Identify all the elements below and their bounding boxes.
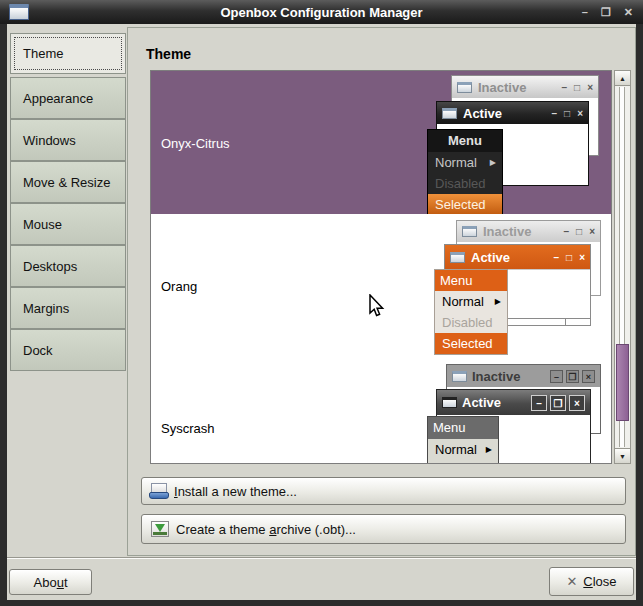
theme-row-syscrash[interactable]: Syscrash Inactive – ❐ × (151, 357, 611, 464)
tab-label: Margins (23, 301, 69, 316)
preview-active-title: Active (462, 395, 501, 410)
preview-menu-item-disabled: Disabled (428, 173, 502, 194)
tab-label: Theme (23, 46, 63, 61)
preview-menu-item-selected: Selected (435, 333, 507, 354)
preview-inactive-title: Inactive (483, 224, 531, 239)
preview-menu-item-normal: Normal ▶ (428, 439, 498, 460)
preview-inactive-titlebar: Inactive – □ × (457, 221, 600, 242)
window-glyph-icon (457, 82, 472, 93)
tab-move-resize[interactable]: Move & Resize (10, 161, 126, 203)
mnemonic: u (57, 575, 64, 590)
preview-menu-header: Menu (428, 417, 498, 439)
minimize-icon: – (550, 370, 563, 383)
theme-name: Onyx-Citrus (161, 135, 230, 150)
maximize-icon[interactable]: ❐ (601, 0, 611, 24)
window-controls: – ❐ ✕ (582, 0, 633, 24)
minimize-icon: – (531, 395, 547, 411)
close-x-icon: ✕ (566, 574, 577, 589)
label-rest: nstall a new theme... (178, 484, 297, 499)
theme-name: Orang (161, 278, 197, 293)
scroll-up-icon[interactable]: ▲ (615, 71, 630, 86)
preview-menu-header: Menu (428, 130, 502, 152)
window-glyph-icon (450, 252, 465, 263)
preview-window-controls: – □ × (554, 252, 585, 263)
install-theme-icon (149, 483, 169, 499)
tab-label: Dock (23, 343, 53, 358)
submenu-arrow-icon: ▶ (495, 291, 501, 312)
icon-part (155, 524, 165, 532)
maximize-icon: □ (564, 108, 570, 119)
submenu-arrow-icon: ▶ (490, 152, 496, 173)
icon-part (149, 492, 169, 499)
menu-item-label: Normal (435, 439, 477, 460)
close-button[interactable]: ✕ Close (549, 567, 634, 596)
resize-grip (565, 319, 566, 325)
app-window-icon (9, 4, 29, 20)
close-icon: × (582, 370, 595, 383)
preview-window-controls: – ❐ × (531, 395, 585, 411)
button-label: Create a theme archive (.obt)... (176, 522, 356, 537)
theme-row-orang[interactable]: Orang Inactive – □ × (151, 214, 611, 357)
tab-mouse[interactable]: Mouse (10, 203, 126, 245)
tab-margins[interactable]: Margins (10, 287, 126, 329)
theme-preview: Inactive – ❐ × Active – (427, 359, 601, 464)
button-label: About (34, 575, 68, 590)
theme-list[interactable]: Onyx-Citrus Inactive – □ × (150, 70, 612, 464)
preview-active-title: Active (471, 250, 510, 265)
button-label: Install a new theme... (174, 484, 297, 499)
preview-menu-item-selected: Selected (428, 194, 502, 215)
tab-windows[interactable]: Windows (10, 119, 126, 161)
label-rest: rchive (.obt)... (276, 522, 355, 537)
close-icon[interactable]: ✕ (624, 0, 633, 24)
tab-label: Appearance (23, 91, 93, 106)
tab-desktops[interactable]: Desktops (10, 245, 126, 287)
window-glyph-icon (442, 397, 457, 408)
icon-part (153, 532, 167, 535)
preview-active-titlebar: Active – □ × (437, 102, 588, 124)
create-archive-button[interactable]: Create a theme archive (.obt)... (141, 514, 626, 544)
tab-label: Mouse (23, 217, 62, 232)
preview-inactive-titlebar: Inactive – ❐ × (447, 365, 600, 387)
window-title: Openbox Configuration Manager (0, 5, 643, 20)
preview-window-controls: – □ × (552, 108, 583, 119)
maximize-icon: □ (574, 82, 580, 93)
preview-menu: Menu Normal ▶ Disabled (427, 416, 499, 464)
minimize-icon[interactable]: – (582, 0, 588, 24)
theme-list-scrollbar[interactable]: ▲ ▼ (614, 70, 631, 464)
close-icon: × (579, 252, 585, 263)
restore-icon: ❐ (566, 370, 579, 383)
close-icon: × (587, 82, 593, 93)
maximize-icon: □ (566, 252, 572, 263)
label-rest: t (64, 575, 68, 590)
menu-item-label: Normal (442, 291, 484, 312)
about-button[interactable]: About (9, 569, 92, 595)
tab-label: Desktops (23, 259, 77, 274)
window-glyph-icon (442, 108, 457, 119)
scroll-down-icon[interactable]: ▼ (615, 448, 630, 463)
preview-menu-item-disabled: Disabled (435, 312, 507, 333)
tab-appearance[interactable]: Appearance (10, 77, 126, 119)
minimize-icon: – (554, 252, 560, 263)
preview-active-title: Active (463, 106, 502, 121)
minimize-icon: – (562, 82, 568, 93)
preview-active-titlebar: Active – ❐ × (437, 390, 590, 415)
footer-separator (7, 557, 636, 559)
minimize-icon: – (552, 108, 558, 119)
theme-row-onyx-citrus[interactable]: Onyx-Citrus Inactive – □ × (151, 71, 611, 214)
window-glyph-icon (452, 371, 467, 382)
install-theme-button[interactable]: Install a new theme... (141, 477, 626, 505)
preview-menu-header: Menu (435, 270, 507, 291)
close-icon: × (577, 108, 583, 119)
tab-dock[interactable]: Dock (10, 329, 126, 371)
scrollbar-thumb[interactable] (616, 344, 629, 421)
preview-menu-item-normal: Normal ▶ (435, 291, 507, 312)
button-label: Close (583, 574, 616, 589)
preview-menu: Menu Normal ▶ Disabled Selected (434, 269, 508, 355)
tab-label: Move & Resize (23, 175, 110, 190)
preview-menu-item-normal: Normal ▶ (428, 152, 502, 173)
preview-window-controls: – □ × (564, 226, 595, 237)
preview-menu-item-disabled: Disabled (428, 460, 498, 464)
restore-icon: ❐ (550, 395, 566, 411)
window-titlebar[interactable]: Openbox Configuration Manager – ❐ ✕ (0, 0, 643, 24)
tab-theme[interactable]: Theme (10, 33, 126, 74)
